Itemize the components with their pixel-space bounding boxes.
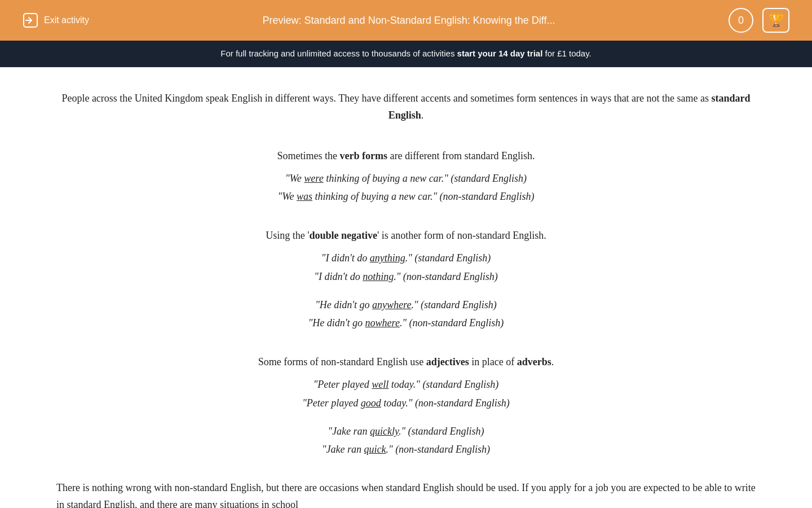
exit-activity-button[interactable]: Exit activity xyxy=(23,12,89,28)
main-content: People across the United Kingdom speak E… xyxy=(0,67,812,509)
example3a-nonstandard: "Peter played good today." (non-standard… xyxy=(56,394,756,412)
promo-banner: For full tracking and unlimited access t… xyxy=(0,41,812,67)
bold-double-negative: double negative xyxy=(310,230,378,241)
example1-nonstandard: "We was thinking of buying a new car." (… xyxy=(56,187,756,205)
page-title: Preview: Standard and Non-Standard Engli… xyxy=(89,15,729,27)
bold-verb-forms: verb forms xyxy=(339,150,387,161)
example3a-standard: "Peter played well today." (standard Eng… xyxy=(56,375,756,393)
section-verb-forms: Sometimes the verb forms are different f… xyxy=(56,147,756,206)
exit-icon xyxy=(23,12,38,28)
section-adjectives-adverbs: Some forms of non-standard English use a… xyxy=(56,353,756,459)
intro-paragraph: People across the United Kingdom speak E… xyxy=(56,90,756,124)
example1-standard: "We were thinking of buying a new car." … xyxy=(56,169,756,187)
example2a-standard: "I didn't do anything." (standard Englis… xyxy=(56,249,756,267)
section3-intro: Some forms of non-standard English use a… xyxy=(56,353,756,371)
bold-adverbs: adverbs xyxy=(517,356,551,367)
example2b-nonstandard: "He didn't go nowhere." (non-standard En… xyxy=(56,314,756,332)
banner-text-after: for £1 today. xyxy=(542,49,591,58)
top-bar: Exit activity Preview: Standard and Non-… xyxy=(0,0,812,41)
example3b-nonstandard: "Jake ran quick." (non-standard English) xyxy=(56,440,756,458)
example2b-standard: "He didn't go anywhere." (standard Engli… xyxy=(56,296,756,314)
exit-label: Exit activity xyxy=(44,15,89,25)
section2-intro: Using the 'double negative' is another f… xyxy=(56,226,756,244)
section1-intro: Sometimes the verb forms are different f… xyxy=(56,147,756,165)
banner-cta[interactable]: start your 14 day trial xyxy=(457,49,543,58)
bold-adjectives: adjectives xyxy=(426,356,469,367)
bottom-paragraph: There is nothing wrong with non-standard… xyxy=(56,479,756,508)
trophy-icon: 🏆 xyxy=(769,13,784,28)
top-bar-right: 0 🏆 xyxy=(729,8,789,33)
section-double-negative: Using the 'double negative' is another f… xyxy=(56,226,756,332)
example3b-standard: "Jake ran quickly." (standard English) xyxy=(56,422,756,440)
banner-text-before: For full tracking and unlimited access t… xyxy=(220,49,457,58)
trophy-button[interactable]: 🏆 xyxy=(762,8,789,33)
score-badge: 0 xyxy=(729,8,753,33)
intro-bold-standard: standard English xyxy=(389,93,751,121)
example2a-nonstandard: "I didn't do nothing." (non-standard Eng… xyxy=(56,268,756,286)
